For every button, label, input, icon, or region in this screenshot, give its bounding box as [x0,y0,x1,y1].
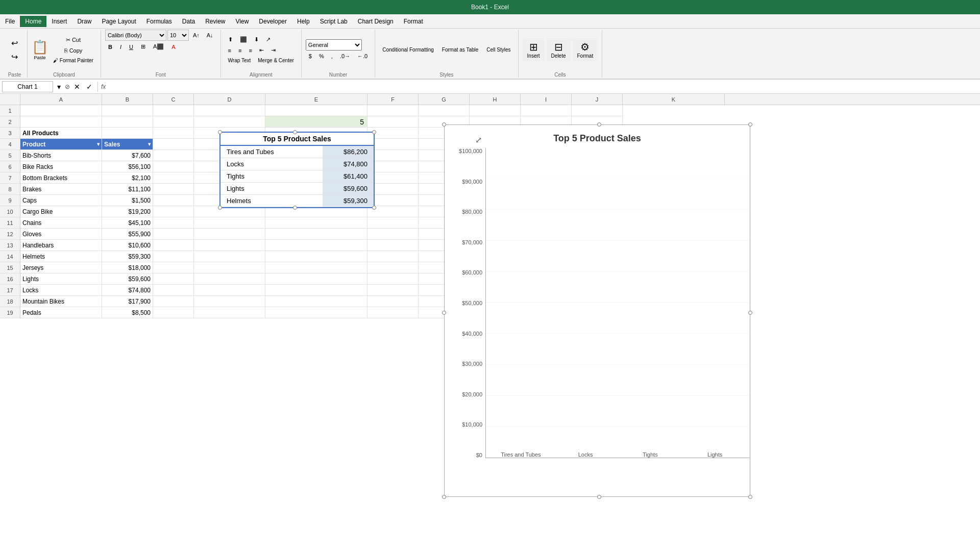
bold-button[interactable]: B [105,42,115,52]
menu-file[interactable]: File [0,16,20,27]
cell-a15[interactable]: Jerseys [20,262,102,273]
cancel-formula-button[interactable]: ✕ [72,83,82,91]
cell-a14[interactable]: Helmets [20,251,102,262]
font-size-select[interactable]: 10 [167,30,189,41]
cell-c3[interactable] [153,128,194,139]
cell-f4[interactable] [368,139,419,150]
formula-input[interactable] [108,81,978,92]
cell-b8[interactable]: $11,100 [102,184,153,195]
col-header-i[interactable]: I [521,94,572,105]
comma-button[interactable]: , [328,52,336,61]
col-header-j[interactable]: J [572,94,623,105]
font-name-select[interactable]: Calibri (Body) [105,30,166,41]
italic-button[interactable]: I [117,42,125,52]
align-top-button[interactable]: ⬆ [225,35,236,44]
conditional-formatting-button[interactable]: Conditional Formatting [379,45,437,54]
chart-container[interactable]: Top 5 Product Sales $0 $10,000 $20,000 $… [444,124,750,497]
floating-data-table[interactable]: Top 5 Product Sales Tires and Tubes $86,… [219,132,375,208]
menu-page-layout[interactable]: Page Layout [96,16,141,27]
chart-move-cursor[interactable]: ⤢ [475,135,482,145]
cell-a2[interactable] [20,116,102,128]
format-as-table-button[interactable]: Format as Table [439,45,482,54]
cell-styles-button[interactable]: Cell Styles [483,45,513,54]
format-button[interactable]: ⚙ Format [573,38,598,61]
name-box[interactable] [2,81,53,92]
product-sales-5[interactable]: $59,300 [323,195,374,207]
cell-b18[interactable]: $17,900 [102,296,153,307]
percent-button[interactable]: % [316,52,327,61]
menu-data[interactable]: Data [177,16,200,27]
menu-draw[interactable]: Draw [72,16,96,27]
cell-b9[interactable]: $1,500 [102,195,153,206]
chart-handle-bm[interactable] [597,495,601,499]
grid-scroll[interactable]: 1 2 5 [0,105,980,551]
cell-f2[interactable] [368,116,419,128]
cell-b14[interactable]: $59,300 [102,251,153,262]
product-sales-3[interactable]: $61,400 [323,170,374,183]
undo-button[interactable]: ↩ [8,37,21,49]
increase-font-button[interactable]: A↑ [190,31,203,40]
cell-e1[interactable] [265,105,368,116]
increase-decimal-button[interactable]: .0→ [337,52,353,61]
cell-b7[interactable]: $2,100 [102,172,153,184]
product-sales-1[interactable]: $86,200 [323,146,374,158]
cell-b13[interactable]: $10,600 [102,240,153,251]
cell-a10[interactable]: Cargo Bike [20,206,102,217]
selection-handle-tm[interactable] [293,130,297,134]
increase-indent-button[interactable]: ⇥ [268,45,279,55]
cell-a6[interactable]: Bike Racks [20,161,102,172]
selection-handle-tl[interactable] [218,130,222,134]
cell-b19[interactable]: $8,500 [102,307,153,318]
number-format-select[interactable]: General [306,39,362,51]
cell-b5[interactable]: $7,600 [102,150,153,161]
col-header-h[interactable]: H [470,94,521,105]
cell-a4[interactable]: Product ▾ [20,139,102,150]
product-filter-icon[interactable]: ▾ [97,141,100,147]
selection-handle-tr[interactable] [372,130,376,134]
cell-a3[interactable]: All Products [20,128,102,139]
decrease-indent-button[interactable]: ⇤ [256,45,267,55]
cell-b17[interactable]: $74,800 [102,285,153,296]
col-header-g[interactable]: G [419,94,470,105]
menu-script-lab[interactable]: Script Lab [315,16,353,27]
product-name-2[interactable]: Locks [220,158,323,170]
cell-e2[interactable]: 5 [265,116,368,128]
cell-i1[interactable] [521,105,572,116]
underline-button[interactable]: U [126,42,136,52]
menu-home[interactable]: Home [20,16,46,27]
decrease-font-button[interactable]: A↓ [204,31,216,40]
product-name-1[interactable]: Tires and Tubes [220,146,323,158]
chart-handle-tr[interactable] [748,122,752,127]
cell-j1[interactable] [572,105,623,116]
cell-a8[interactable]: Brakes [20,184,102,195]
col-header-f[interactable]: F [368,94,419,105]
chart-handle-tl[interactable] [442,122,446,127]
cell-b15[interactable]: $18,000 [102,262,153,273]
col-header-c[interactable]: C [153,94,194,105]
cell-a17[interactable]: Locks [20,285,102,296]
cell-b3[interactable] [102,128,153,139]
cell-g1[interactable] [419,105,470,116]
menu-chart-design[interactable]: Chart Design [353,16,399,27]
align-bottom-button[interactable]: ⬇ [251,35,262,44]
col-header-b[interactable]: B [102,94,153,105]
chart-handle-tm[interactable] [597,122,601,127]
menu-help[interactable]: Help [292,16,315,27]
selection-handle-br[interactable] [372,206,376,210]
cell-d2[interactable] [194,116,265,128]
wrap-text-button[interactable]: Wrap Text [225,56,254,65]
cell-a12[interactable]: Gloves [20,229,102,240]
cell-a9[interactable]: Caps [20,195,102,206]
delete-button[interactable]: ⊟ Delete [547,38,571,61]
menu-review[interactable]: Review [200,16,230,27]
cell-a18[interactable]: Mountain Bikes [20,296,102,307]
cell-d1[interactable] [194,105,265,116]
cell-a11[interactable]: Chains [20,217,102,229]
redo-button[interactable]: ↪ [8,51,21,63]
align-left-button[interactable]: ≡ [225,45,234,55]
cell-a7[interactable]: Bottom Brackets [20,172,102,184]
col-header-d[interactable]: D [194,94,265,105]
selection-handle-bm[interactable] [293,206,297,210]
selection-handle-bl[interactable] [218,206,222,210]
cell-b10[interactable]: $19,200 [102,206,153,217]
